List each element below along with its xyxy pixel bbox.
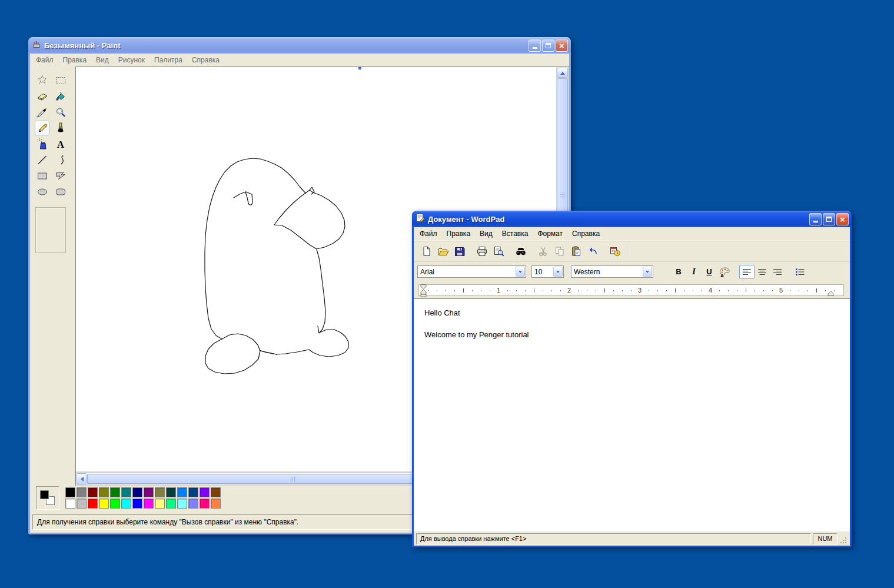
wordpad-document-area[interactable]: Hello Chat Welcome to my Penger tutorial [414,298,850,531]
resize-grip[interactable] [839,533,848,544]
paint-color-swatch-0-11[interactable] [188,487,198,497]
find-button[interactable] [513,243,529,259]
paint-color-swatch-1-12[interactable] [200,499,210,509]
paint-close-button[interactable]: × [556,39,568,52]
paint-menu-item-1[interactable]: Правка [58,54,92,66]
chevron-down-icon[interactable] [516,267,525,277]
paint-color-swatch-0-8[interactable] [155,487,165,497]
paint-color-swatch-1-9[interactable] [166,499,176,509]
date-time-button[interactable] [607,243,623,259]
wordpad-minimize-button[interactable] [809,213,822,225]
align-center-button[interactable] [755,265,770,279]
paint-color-swatch-0-3[interactable] [99,487,109,497]
charset-combo[interactable]: Western [571,265,653,278]
open-button[interactable] [435,243,451,259]
font-name-combo[interactable]: Arial [417,265,526,278]
paint-color-swatch-0-0[interactable] [65,487,75,497]
font-color-palette-icon: A [719,266,730,278]
paint-color-swatch-0-10[interactable] [177,487,187,497]
paint-menu-item-4[interactable]: Палитра [149,54,187,66]
current-colors-indicator[interactable] [36,486,59,510]
paste-button[interactable] [568,243,584,259]
paint-minimize-button[interactable] [529,39,541,52]
wordpad-menu-item-1[interactable]: Правка [442,228,476,240]
paint-color-swatch-0-5[interactable] [121,487,131,497]
paint-color-swatch-1-10[interactable] [177,499,187,509]
paint-titlebar[interactable]: Безымянный - Paint × [28,37,571,54]
paint-menu-item-0[interactable]: Файл [31,54,58,66]
wordpad-titlebar[interactable]: Документ - WordPad × [412,211,852,227]
bold-button[interactable]: B [671,265,686,279]
ruler-strip[interactable]: 12345 [418,284,844,296]
wordpad-menu-item-2[interactable]: Вид [475,228,497,240]
undo-button[interactable] [584,243,601,259]
tool-pick-color-button[interactable] [35,105,49,119]
tool-polygon-button[interactable] [53,168,68,183]
wordpad-menu-item-4[interactable]: Формат [533,228,567,240]
right-indent-marker[interactable] [827,291,834,296]
print-preview-button[interactable] [490,243,507,259]
new-document-button[interactable] [418,243,435,259]
tool-free-form-select-button[interactable] [35,73,49,88]
paint-color-swatch-1-3[interactable] [99,499,109,509]
paint-color-swatch-0-4[interactable] [110,487,120,497]
wordpad-maximize-button[interactable] [823,213,835,225]
tool-ellipse-button[interactable] [35,184,49,199]
copy-button[interactable] [551,243,568,259]
align-right-button[interactable] [770,265,785,279]
wordpad-menu-item-5[interactable]: Справка [567,228,604,240]
cut-button[interactable] [535,243,551,259]
paint-color-swatch-0-12[interactable] [200,487,210,497]
paint-color-swatch-0-9[interactable] [166,487,176,497]
paint-color-swatch-1-13[interactable] [211,499,221,509]
underline-button[interactable]: U [702,265,717,279]
paint-color-swatch-1-7[interactable] [144,499,154,509]
font-color-button[interactable]: A [717,265,732,279]
tool-fill-button[interactable] [53,89,68,104]
wordpad-menu-item-0[interactable]: Файл [415,228,442,240]
tool-text-button[interactable]: A [53,137,68,151]
paint-color-swatch-1-0[interactable] [65,499,75,509]
paint-color-swatch-0-1[interactable] [77,487,87,497]
canvas-resize-handle[interactable] [358,67,361,69]
paint-color-swatch-1-5[interactable] [121,499,131,509]
align-left-button[interactable] [739,265,755,279]
print-button[interactable] [474,243,490,259]
tool-select-button[interactable] [53,73,68,88]
tool-eraser-button[interactable] [35,89,49,104]
wordpad-menu-item-3[interactable]: Вставка [497,228,533,240]
paint-color-swatch-0-6[interactable] [132,487,142,497]
paint-color-swatch-1-11[interactable] [188,499,198,509]
left-indent-marker[interactable] [420,284,427,297]
paint-color-swatch-1-8[interactable] [155,499,165,509]
paint-color-swatch-0-7[interactable] [144,487,154,497]
paint-color-swatch-1-4[interactable] [110,499,120,509]
tool-curve-button[interactable] [53,152,68,167]
cut-scissors-icon [537,245,549,257]
save-button[interactable] [451,243,468,259]
paint-maximize-button[interactable] [542,39,554,52]
paint-color-swatch-1-2[interactable] [88,499,98,509]
tool-brush-button[interactable] [53,121,68,135]
scroll-up-arrow[interactable] [557,68,568,78]
tool-magnifier-button[interactable] [53,105,68,119]
paint-color-swatch-1-6[interactable] [132,499,142,509]
paint-menu-item-5[interactable]: Справка [187,54,224,66]
font-size-combo[interactable]: 10 [531,265,564,278]
paint-menu-item-3[interactable]: Рисунок [114,54,149,66]
paint-color-swatch-0-13[interactable] [211,487,221,497]
tool-line-button[interactable] [35,152,49,167]
paint-menu-item-2[interactable]: Вид [91,54,114,66]
tool-pencil-button[interactable] [35,121,49,135]
chevron-down-icon[interactable] [643,267,652,277]
tool-rectangle-button[interactable] [35,168,49,183]
chevron-down-icon[interactable] [553,267,563,277]
bullets-button[interactable] [792,265,807,279]
paint-color-swatch-0-2[interactable] [88,487,98,497]
paint-color-swatch-1-1[interactable] [77,499,87,509]
wordpad-close-button[interactable]: × [836,213,849,225]
tool-rounded-rectangle-button[interactable] [53,184,68,199]
italic-button[interactable]: I [686,265,702,279]
scroll-left-arrow[interactable] [77,473,87,484]
tool-airbrush-button[interactable] [35,137,49,151]
